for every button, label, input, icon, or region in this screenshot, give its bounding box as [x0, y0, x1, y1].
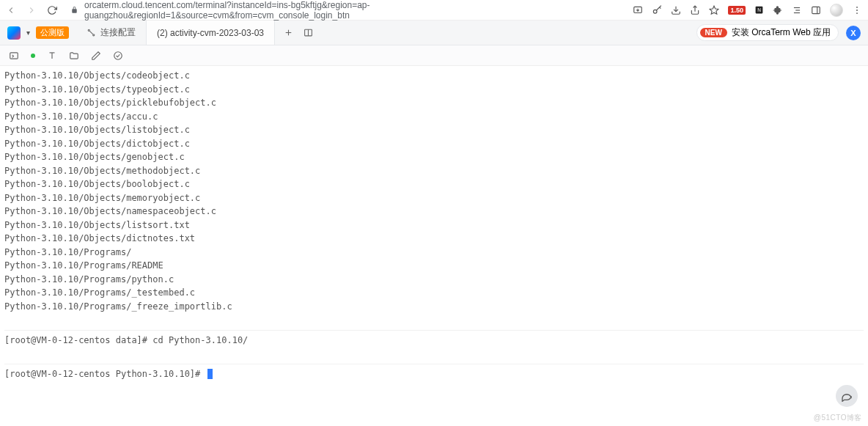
install-app-icon[interactable]	[633, 5, 643, 15]
cursor-icon	[207, 369, 213, 379]
tab-actions-group	[275, 28, 322, 37]
chat-fab[interactable]	[836, 385, 858, 407]
forward-icon[interactable]	[26, 5, 37, 15]
reload-icon[interactable]	[47, 5, 57, 15]
status-dot-icon	[31, 54, 35, 58]
svg-rect-13	[812, 7, 820, 13]
chat-icon	[841, 390, 853, 402]
share-icon[interactable]	[690, 5, 700, 15]
folder-icon[interactable]	[69, 51, 79, 61]
terminal-line: Python-3.10.10/Programs/README	[4, 259, 864, 273]
browser-nav-group	[6, 5, 57, 15]
terminal-line: Python-3.10.10/Programs/	[4, 246, 864, 260]
terminal-line: Python-3.10.10/Objects/picklebufobject.c	[4, 96, 864, 110]
terminal-prompt-2: [root@VM-0-12-centos Python-3.10.10]#	[4, 367, 864, 381]
svg-point-2	[654, 10, 658, 13]
svg-point-16	[856, 10, 858, 11]
split-layout-icon[interactable]	[304, 28, 313, 37]
svg-line-4	[660, 7, 661, 8]
check-circle-icon[interactable]	[113, 51, 123, 61]
address-bar[interactable]: orcaterm.cloud.tencent.com/terminal?inst…	[66, 0, 624, 21]
terminal-line: Python-3.10.10/Objects/listobject.c	[4, 123, 864, 137]
app-tab-bar: ▾ 公测版 连接配置 (2) activity-cvm-2023-03-03 N…	[0, 21, 868, 45]
app-right-actions: NEW 安装 OrcaTerm Web 应用 X	[696, 24, 868, 41]
terminal-line: Python-3.10.10/Objects/boolobject.c	[4, 177, 864, 191]
svg-point-18	[88, 29, 89, 31]
watermark-text: @51CTO博客	[814, 413, 862, 423]
connection-config-button[interactable]: 连接配置	[76, 21, 147, 45]
reading-list-icon[interactable]	[792, 5, 802, 15]
new-badge: NEW	[700, 28, 727, 37]
connection-config-label: 连接配置	[100, 26, 136, 39]
terminal-line: Python-3.10.10/Objects/listsort.txt	[4, 218, 864, 232]
star-icon[interactable]	[709, 5, 719, 15]
tab-activity-cvm[interactable]: (2) activity-cvm-2023-03-03	[147, 21, 275, 45]
extensions-icon[interactable]	[773, 5, 783, 15]
terminal-line: Python-3.10.10/Objects/memoryobject.c	[4, 191, 864, 205]
svg-point-17	[856, 12, 858, 14]
extension-n-icon[interactable]: N	[754, 5, 764, 15]
extension-badge[interactable]: 1.50	[728, 6, 746, 15]
app-brand-group: ▾ 公测版	[0, 26, 76, 40]
terminal-prompt-1: [root@VM-0-12-centos data]# cd Python-3.…	[4, 334, 864, 348]
connection-icon	[87, 28, 96, 37]
beta-badge: 公测版	[36, 26, 69, 39]
profile-avatar[interactable]	[830, 4, 843, 17]
terminal-line: Python-3.10.10/Programs/_testembed.c	[4, 286, 864, 300]
command-icon[interactable]	[9, 51, 19, 61]
browser-actions: 1.50 N	[633, 4, 862, 17]
text-tool-icon[interactable]	[47, 51, 57, 61]
back-icon[interactable]	[6, 5, 16, 15]
close-badge[interactable]: X	[846, 26, 861, 40]
terminal-line: Python-3.10.10/Objects/typeobject.c	[4, 83, 864, 97]
terminal-line: Python-3.10.10/Objects/genobject.c	[4, 150, 864, 164]
terminal-toolbar	[0, 45, 868, 66]
new-tab-icon[interactable]	[284, 28, 293, 37]
terminal-line: Python-3.10.10/Objects/accu.c	[4, 110, 864, 124]
download-icon[interactable]	[671, 5, 681, 15]
terminal-line: Python-3.10.10/Programs/_freeze_importli…	[4, 300, 864, 314]
terminal-line: Python-3.10.10/Objects/dictobject.c	[4, 137, 864, 151]
install-app-pill[interactable]: NEW 安装 OrcaTerm Web 应用	[696, 24, 839, 41]
svg-point-15	[856, 6, 858, 7]
sidepanel-icon[interactable]	[811, 5, 821, 15]
install-app-label: 安装 OrcaTerm Web 应用	[732, 26, 831, 39]
terminal-line: Python-3.10.10/Objects/namespaceobject.c	[4, 205, 864, 218]
svg-point-19	[93, 34, 95, 36]
svg-rect-25	[10, 52, 18, 58]
terminal-line: Python-3.10.10/Objects/methodobject.c	[4, 164, 864, 178]
terminal-line: Python-3.10.10/Objects/codeobject.c	[4, 69, 864, 83]
terminal-line: Python-3.10.10/Programs/python.c	[4, 273, 864, 287]
key-icon[interactable]	[652, 5, 662, 15]
edit-icon[interactable]	[91, 51, 101, 61]
url-text: orcaterm.cloud.tencent.com/terminal?inst…	[84, 0, 624, 21]
svg-marker-7	[710, 6, 719, 14]
kebab-menu-icon[interactable]	[852, 5, 862, 15]
svg-point-28	[114, 51, 122, 59]
chevron-down-icon[interactable]: ▾	[26, 29, 30, 37]
app-logo-icon[interactable]	[7, 26, 21, 40]
lock-icon	[70, 6, 78, 14]
tab-label: (2) activity-cvm-2023-03-03	[157, 28, 264, 38]
terminal-line: Python-3.10.10/Objects/dictnotes.txt	[4, 232, 864, 246]
svg-line-20	[89, 31, 92, 34]
browser-toolbar: orcaterm.cloud.tencent.com/terminal?inst…	[0, 0, 868, 21]
terminal-output[interactable]: Python-3.10.10/Objects/codeobject.cPytho…	[0, 66, 868, 383]
svg-text:N: N	[757, 7, 761, 12]
